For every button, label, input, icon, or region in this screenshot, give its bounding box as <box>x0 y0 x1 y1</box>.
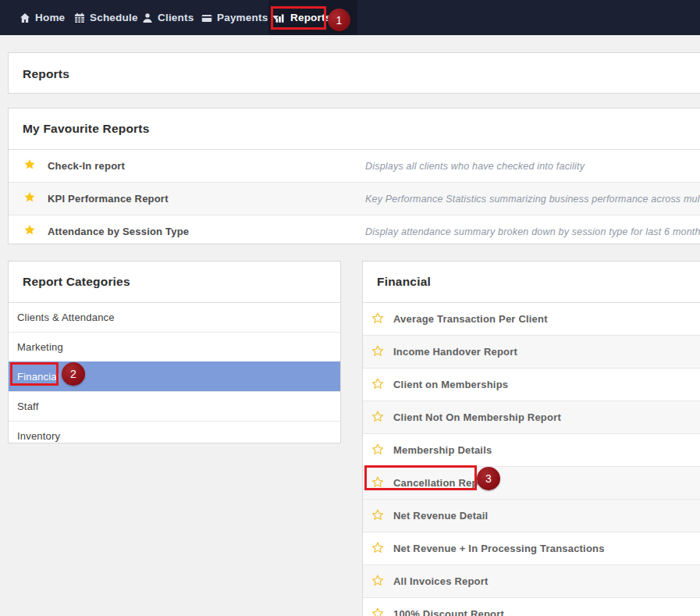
nav-item-label: Payments <box>217 12 268 23</box>
financial-report-row[interactable]: 100% Discount Report <box>363 597 700 616</box>
star-outline-icon[interactable] <box>371 345 384 358</box>
financial-report-row[interactable]: Cancellation Report <box>363 466 700 499</box>
favourite-report-row[interactable]: KPI Performance ReportKey Performance St… <box>9 182 700 215</box>
report-name: Client on Memberships <box>393 379 508 390</box>
financial-report-row[interactable]: Membership Details <box>363 433 700 466</box>
financial-report-row[interactable]: Net Revenue + In Processing Transactions <box>363 532 700 564</box>
nav-item-schedule[interactable]: Schedule <box>74 0 138 35</box>
star-outline-icon[interactable] <box>371 443 384 456</box>
report-name: KPI Performance Report <box>48 193 169 205</box>
report-name: Check-In report <box>48 160 125 172</box>
nav-item-payments[interactable]: Payments <box>201 0 279 35</box>
financial-report-row[interactable]: Net Revenue Detail <box>363 499 700 532</box>
category-item-clients-attendance[interactable]: Clients & Attendance <box>9 303 340 332</box>
favourite-report-row[interactable]: Attendance by Session TypeDisplay attend… <box>9 215 700 247</box>
credit-card-icon <box>201 12 212 23</box>
report-name: Net Revenue Detail <box>393 510 488 522</box>
nav-item-label: Clients <box>158 12 194 23</box>
nav-item-label: Schedule <box>90 12 138 23</box>
favourites-panel: My Favourite Reports Check-In reportDisp… <box>8 108 700 244</box>
star-outline-icon[interactable] <box>371 378 384 390</box>
financial-report-row[interactable]: Income Handover Report <box>363 335 700 368</box>
calendar-icon <box>74 12 85 23</box>
top-navbar: HomeScheduleClientsPaymentsReports <box>0 0 700 35</box>
financial-reports-panel: Financial Average Transaction Per Client… <box>362 261 700 616</box>
nav-item-reports[interactable]: Reports <box>275 0 331 35</box>
nav-item-label: Reports <box>290 12 331 23</box>
report-name: Cancellation Report <box>393 477 492 489</box>
financial-report-row[interactable]: Client on Memberships <box>363 368 700 401</box>
category-item-inventory[interactable]: Inventory <box>9 421 340 450</box>
star-filled-icon[interactable] <box>23 224 36 237</box>
favourites-title: My Favourite Reports <box>9 109 700 150</box>
nav-item-label: Home <box>35 12 65 23</box>
star-outline-icon[interactable] <box>371 411 384 423</box>
bar-chart-icon <box>275 12 286 23</box>
report-name: Membership Details <box>393 444 492 456</box>
star-outline-icon[interactable] <box>371 312 384 325</box>
report-name: Client Not On Membership Report <box>393 411 561 423</box>
financial-report-row[interactable]: Average Transaction Per Client <box>363 303 700 335</box>
report-name: All Invoices Report <box>393 575 489 587</box>
report-description: Display attendance summary broken down b… <box>365 226 700 237</box>
report-name: Income Handover Report <box>393 346 517 358</box>
star-filled-icon[interactable] <box>23 191 36 204</box>
favourite-report-row[interactable]: Check-In reportDisplays all clients who … <box>9 150 700 182</box>
categories-panel: Report Categories Clients & AttendanceMa… <box>8 261 341 443</box>
financial-title: Financial <box>363 262 700 303</box>
report-name: Average Transaction Per Client <box>393 313 548 325</box>
category-item-staff[interactable]: Staff <box>9 391 340 421</box>
categories-title: Report Categories <box>9 262 340 303</box>
star-outline-icon[interactable] <box>371 542 384 554</box>
report-name: Net Revenue + In Processing Transactions <box>393 543 605 554</box>
star-filled-icon[interactable] <box>23 158 36 171</box>
report-name: 100% Discount Report <box>393 608 504 616</box>
page-title-card: Reports <box>8 52 700 94</box>
nav-item-clients[interactable]: Clients <box>142 0 194 35</box>
report-description: Displays all clients who have checked in… <box>365 161 585 172</box>
financial-report-row[interactable]: Client Not On Membership Report <box>363 401 700 433</box>
home-icon <box>20 12 30 23</box>
star-outline-icon[interactable] <box>371 607 384 616</box>
category-item-financial[interactable]: Financial <box>9 361 340 391</box>
star-outline-icon[interactable] <box>371 476 384 489</box>
page-title: Reports <box>9 53 700 94</box>
report-name: Attendance by Session Type <box>48 226 189 237</box>
nav-item-home[interactable]: Home <box>20 0 65 35</box>
person-icon <box>142 12 153 23</box>
report-description: Key Performance Statistics summarizing b… <box>365 194 700 205</box>
star-outline-icon[interactable] <box>371 509 384 522</box>
financial-report-row[interactable]: All Invoices Report <box>363 564 700 597</box>
star-outline-icon[interactable] <box>371 575 384 587</box>
category-item-marketing[interactable]: Marketing <box>9 332 340 361</box>
